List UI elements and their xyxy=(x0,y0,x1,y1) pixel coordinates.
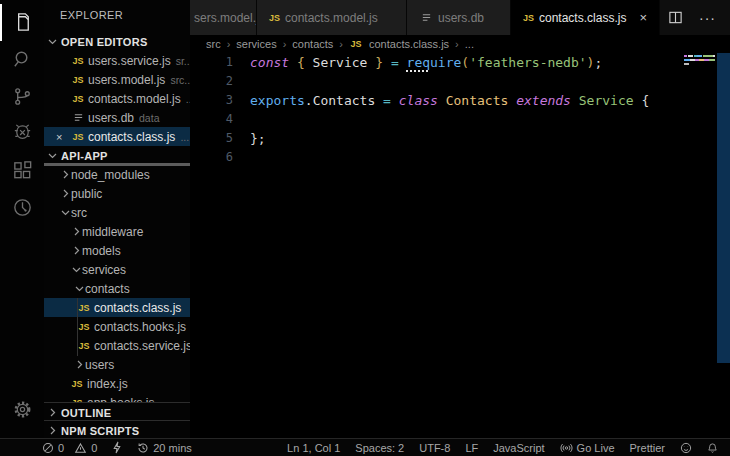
code-line: 6 xyxy=(190,148,730,167)
chevron-separator-icon: › xyxy=(283,38,287,50)
line-number: 1 xyxy=(190,53,233,72)
chevron-down-icon xyxy=(47,36,58,47)
tree-item-folder[interactable]: users xyxy=(44,355,190,374)
chevron-down-icon xyxy=(74,283,85,294)
scrollbar[interactable] xyxy=(717,53,730,363)
database-file-icon xyxy=(419,12,433,23)
status-bar: 0 0 20 mins Ln 1, Col 1 Spaces: 2 UTF-8 … xyxy=(0,438,730,456)
search-icon[interactable] xyxy=(0,41,44,78)
open-editor-item[interactable]: users.db data xyxy=(44,108,190,127)
js-file-icon: JS xyxy=(71,94,85,104)
language-mode[interactable]: JavaScript xyxy=(493,442,544,454)
line-number: 2 xyxy=(190,72,233,91)
npm-scripts-header[interactable]: NPM SCRIPTS xyxy=(44,421,190,438)
tree-item-file[interactable]: JS contacts.service.js xyxy=(44,336,190,355)
outline-section: OUTLINE xyxy=(44,402,190,422)
tab-contacts-model[interactable]: JS contacts.model.js xyxy=(257,0,407,35)
chevron-right-icon xyxy=(47,425,58,436)
history-clock-icon xyxy=(137,442,149,454)
code-line: 4 xyxy=(190,110,730,129)
chevron-separator-icon: › xyxy=(227,38,231,50)
go-live-button[interactable]: Go Live xyxy=(560,442,615,454)
tree-item-file-active[interactable]: JS contacts.class.js xyxy=(44,298,190,317)
debug-icon[interactable] xyxy=(0,115,44,152)
feedback-smiley-icon[interactable] xyxy=(680,442,692,454)
code-line: 2 xyxy=(190,72,730,91)
close-icon[interactable]: × xyxy=(639,10,647,25)
problems-status[interactable]: 0 0 xyxy=(42,442,97,454)
tree-item-folder[interactable]: public xyxy=(44,184,190,203)
broadcast-icon xyxy=(560,442,573,454)
breadcrumb-services[interactable]: services xyxy=(236,38,276,50)
explorer-icon[interactable] xyxy=(0,4,44,41)
tree-item-file[interactable]: JS contacts.hooks.js xyxy=(44,317,190,336)
line-number: 3 xyxy=(190,91,233,110)
database-file-icon xyxy=(71,112,85,123)
indent-guide xyxy=(77,298,78,356)
eol-setting[interactable]: LF xyxy=(465,442,478,454)
formatter-status[interactable]: Prettier xyxy=(630,442,665,454)
timer-extension-icon[interactable] xyxy=(0,189,44,226)
js-file-icon: JS xyxy=(77,303,91,313)
editor-group: sers.model.js JS contacts.model.js users… xyxy=(190,0,730,438)
js-file-icon: JS xyxy=(70,379,84,389)
encoding-setting[interactable]: UTF-8 xyxy=(419,442,450,454)
open-editor-item[interactable]: JS users.service.js sr... xyxy=(44,51,190,70)
lightning-status[interactable] xyxy=(112,441,122,454)
chevron-right-icon xyxy=(71,245,82,256)
breadcrumb-src[interactable]: src xyxy=(206,38,221,50)
tree-item-folder[interactable]: services xyxy=(44,260,190,279)
breadcrumb: src › services › contacts › JS contacts.… xyxy=(190,35,730,53)
chevron-right-icon xyxy=(60,188,71,199)
open-editor-item[interactable]: JS users.model.js src... xyxy=(44,70,190,89)
chevron-down-icon xyxy=(60,207,71,218)
tree-item-folder[interactable]: node_modules xyxy=(44,165,190,184)
tab-users-model[interactable]: sers.model.js xyxy=(190,0,257,35)
chevron-separator-icon: › xyxy=(339,38,343,50)
tab-contacts-class-active[interactable]: JS contacts.class.js × xyxy=(511,0,660,35)
breadcrumb-file[interactable]: contacts.class.js xyxy=(369,38,449,50)
chevron-right-icon xyxy=(47,407,58,418)
more-actions-icon[interactable]: ··· xyxy=(699,10,716,26)
tree-item-folder[interactable]: contacts xyxy=(44,279,190,298)
time-tracker-status[interactable]: 20 mins xyxy=(137,442,192,454)
section-resize-sash[interactable] xyxy=(44,163,190,166)
js-file-icon: JS xyxy=(269,13,280,23)
breadcrumb-symbol[interactable]: ... xyxy=(465,38,474,50)
close-icon[interactable]: × xyxy=(56,131,71,143)
tab-users-db[interactable]: users.db xyxy=(407,0,511,35)
cursor-position[interactable]: Ln 1, Col 1 xyxy=(287,442,340,454)
npm-scripts-section: NPM SCRIPTS xyxy=(44,420,190,438)
tree-item-folder[interactable]: src xyxy=(44,203,190,222)
line-number: 5 xyxy=(190,129,233,148)
notifications-bell-icon[interactable] xyxy=(707,442,718,454)
tree-item-folder[interactable]: middleware xyxy=(44,222,190,241)
code-line: 1 const { Service } = require('feathers-… xyxy=(190,53,730,72)
open-editor-item[interactable]: JS contacts.model.js ... xyxy=(44,89,190,108)
activity-bar xyxy=(0,0,44,438)
js-file-icon: JS xyxy=(77,341,91,351)
breadcrumb-contacts[interactable]: contacts xyxy=(292,38,333,50)
lightning-icon xyxy=(112,441,122,454)
minimap[interactable] xyxy=(684,55,715,67)
split-editor-icon[interactable] xyxy=(668,10,683,25)
source-control-icon[interactable] xyxy=(0,78,44,115)
js-file-icon: JS xyxy=(523,13,534,23)
explorer-sidebar: EXPLORER OPEN EDITORS JS users.service.j… xyxy=(44,0,190,438)
code-line: 5 }; xyxy=(190,129,730,148)
open-editors-header[interactable]: OPEN EDITORS xyxy=(44,32,190,51)
error-icon xyxy=(42,442,54,454)
settings-gear-icon[interactable] xyxy=(0,391,44,428)
tree-item-file[interactable]: JS index.js xyxy=(44,374,190,393)
open-editor-item-active[interactable]: × JS contacts.class.js ... xyxy=(44,127,190,146)
chevron-right-icon xyxy=(60,169,71,180)
tree-item-folder[interactable]: models xyxy=(44,241,190,260)
code-editor[interactable]: 1 const { Service } = require('feathers-… xyxy=(190,53,730,438)
extensions-icon[interactable] xyxy=(0,152,44,189)
line-number: 6 xyxy=(190,148,233,167)
minimap-line xyxy=(684,55,715,57)
line-number: 4 xyxy=(190,110,233,129)
indentation-setting[interactable]: Spaces: 2 xyxy=(355,442,404,454)
minimap-line xyxy=(684,59,715,61)
editor-actions: ··· xyxy=(668,0,730,35)
